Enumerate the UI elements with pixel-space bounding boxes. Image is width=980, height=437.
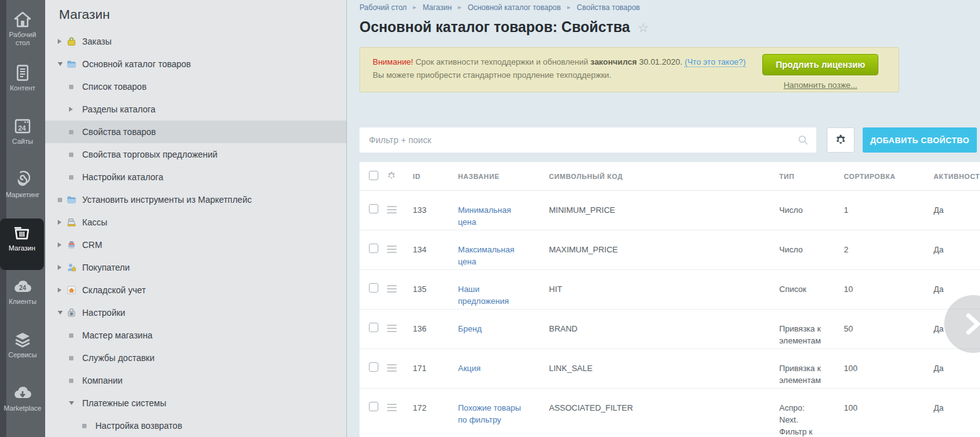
extend-license-button[interactable]: Продлить лицензию (762, 54, 878, 75)
expand-arrow-icon[interactable] (69, 107, 78, 112)
sidebar-item-label: Основной каталог товаров (82, 59, 191, 69)
breadcrumb-item[interactable]: Магазин (423, 3, 452, 12)
collapse-arrow-icon[interactable] (58, 62, 67, 66)
sidebar-item[interactable]: Список товаров (45, 75, 346, 98)
breadcrumb-item[interactable]: Рабочий стол (360, 3, 407, 12)
add-property-button[interactable]: ДОБАВИТЬ СВОЙСТВО (863, 127, 977, 153)
what-is-this-link[interactable]: (Что это такое?) (684, 57, 746, 67)
rail-item-services[interactable]: Сервисы (0, 325, 45, 377)
row-checkbox[interactable] (369, 283, 378, 293)
drag-handle[interactable] (382, 310, 408, 348)
bullet-icon (82, 424, 91, 428)
chevron-right-icon (962, 311, 980, 337)
sidebar-item[interactable]: Службы доставки (45, 347, 346, 369)
column-header[interactable]: СОРТИРОВКА (839, 173, 929, 180)
filter-search-input[interactable] (360, 127, 816, 153)
breadcrumb-item[interactable]: Свойства товаров (577, 3, 640, 12)
sidebar-item[interactable]: Установить инструменты из Маркетплейс (45, 188, 346, 211)
marketplace-icon (13, 384, 32, 402)
row-checkbox[interactable] (369, 362, 378, 372)
drag-handle[interactable] (382, 349, 408, 388)
rail-item-sites[interactable]: 24Сайты (0, 112, 45, 163)
property-name-link[interactable]: Акция (458, 362, 481, 374)
sidebar-item[interactable]: Мастер магазина (45, 324, 346, 347)
property-name-link[interactable]: Максимальная цена (458, 244, 526, 267)
column-header[interactable]: ТИП (775, 173, 839, 180)
property-name-link[interactable]: Минимальная цена (458, 204, 526, 228)
marketing-icon (13, 170, 32, 189)
breadcrumb-separator-icon: ▶ (567, 5, 570, 10)
select-all-checkbox[interactable] (369, 171, 378, 180)
sidebar-item[interactable]: Разделы каталога (45, 98, 346, 121)
cell-code: LINK_SALE (545, 349, 775, 388)
sidebar-item[interactable]: Настройки (45, 301, 346, 324)
app-rail: Рабочий столКонтент24СайтыМаркетингМагаз… (0, 0, 45, 437)
table-row: 171АкцияLINK_SALEПривязка к элементам100… (360, 349, 980, 389)
sites-icon: 24 (13, 117, 32, 136)
sidebar-item-label: Кассы (82, 217, 107, 227)
expand-arrow-icon[interactable] (58, 242, 67, 247)
column-header[interactable]: СИМВОЛЬНЫЙ КОД (545, 173, 775, 180)
folder-icon (67, 59, 77, 69)
row-checkbox[interactable] (369, 204, 378, 213)
sidebar-item[interactable]: Компании (45, 369, 346, 392)
toolbar: ДОБАВИТЬ СВОЙСТВО (360, 127, 980, 153)
sidebar-item[interactable]: Кассы (45, 211, 346, 234)
favorite-star-icon[interactable]: ☆ (637, 21, 649, 35)
row-checkbox[interactable] (369, 402, 378, 411)
rail-item-label: Контент (0, 84, 45, 92)
rail-item-label: Сайты (0, 138, 45, 146)
expand-arrow-icon[interactable] (58, 265, 67, 270)
drag-handle[interactable] (382, 389, 408, 437)
grid-settings-gear[interactable] (382, 171, 408, 182)
sidebar-item[interactable]: Основной каталог товаров (45, 53, 346, 75)
sidebar-item-label: Настройка возвратов (95, 421, 182, 431)
cell-active: Да (929, 191, 980, 230)
column-header[interactable]: АКТИВНОСТЬ (929, 173, 980, 180)
sidebar-item[interactable]: Настройки каталога (45, 166, 346, 188)
cell-code: BRAND (545, 310, 775, 348)
grid-settings-button[interactable] (827, 127, 855, 153)
cell-type: Число (779, 244, 802, 256)
drag-handle[interactable] (382, 191, 408, 230)
sidebar-title: Магазин (59, 7, 346, 22)
row-checkbox[interactable] (369, 323, 378, 332)
rail-item-marketing[interactable]: Маркетинг (0, 165, 45, 217)
collapse-arrow-icon[interactable] (69, 401, 78, 405)
table-row: 135Наши предложенияHITСписок10Да (360, 270, 980, 310)
sidebar-item[interactable]: Складской учет (45, 279, 346, 301)
column-header[interactable]: НАЗВАНИЕ (454, 173, 545, 180)
sidebar-item-label: Заказы (82, 36, 112, 46)
breadcrumb-item[interactable]: Основной каталог товаров (467, 3, 561, 12)
expand-arrow-icon[interactable] (58, 288, 67, 293)
remind-later-link[interactable]: Напомнить позже... (784, 80, 857, 90)
property-name-link[interactable]: Похожие товары по фильтру (458, 402, 526, 426)
expand-arrow-icon[interactable] (58, 220, 67, 225)
sidebar-item[interactable]: Настройка возвратов (45, 414, 346, 437)
bullet-icon (69, 333, 78, 338)
column-header[interactable]: ID (408, 173, 454, 180)
sidebar-item[interactable]: Свойства торговых предложений (45, 143, 346, 166)
sidebar-item[interactable]: Покупатели (45, 256, 346, 279)
row-checkbox[interactable] (369, 244, 378, 253)
collapse-arrow-icon[interactable] (58, 311, 67, 315)
cell-id: 136 (408, 310, 454, 348)
property-name-link[interactable]: Наши предложения (458, 283, 526, 307)
rail-item-clients[interactable]: 24Клиенты (0, 272, 45, 323)
sidebar-item[interactable]: Свойства товаров (45, 121, 346, 143)
sidebar-item[interactable]: Платежные системы (45, 392, 346, 414)
rail-item-marketplace[interactable]: Marketplace (0, 379, 45, 430)
license-warning-text: Внимание! Срок активности техподдержки и… (373, 55, 749, 82)
sidebar-item-label: Покупатели (82, 262, 130, 272)
grid-header: IDНАЗВАНИЕСИМВОЛЬНЫЙ КОДТИПСОРТИРОВКААКТ… (360, 162, 980, 191)
rail-item-desktop[interactable]: Рабочий стол (0, 5, 45, 57)
sidebar-item-label: Настройки каталога (82, 172, 163, 182)
rail-item-store[interactable]: Магазин (0, 218, 44, 270)
expand-arrow-icon[interactable] (58, 39, 67, 44)
sidebar-item[interactable]: CRM (45, 234, 346, 256)
drag-handle[interactable] (382, 270, 408, 309)
sidebar-item[interactable]: Заказы (45, 30, 346, 53)
rail-item-content[interactable]: Контент (0, 58, 45, 110)
property-name-link[interactable]: Бренд (458, 323, 482, 335)
drag-handle[interactable] (382, 230, 408, 269)
